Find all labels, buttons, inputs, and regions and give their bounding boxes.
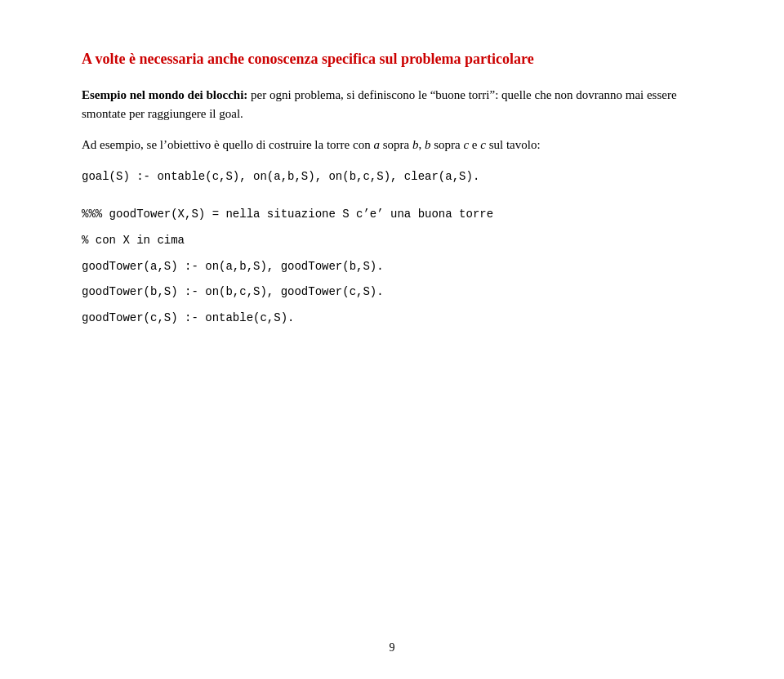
example-label: Esempio nel mondo dei blocchi: <box>82 88 247 101</box>
rule-line-2: goodTower(b,S) :- on(b,c,S), goodTower(c… <box>82 283 702 302</box>
example-paragraph: Esempio nel mondo dei blocchi: per ogni … <box>82 86 702 123</box>
explanation-sopra1: sopra <box>380 138 412 151</box>
comment-line-2: % con X in cima <box>82 231 702 251</box>
rule-line-1: goodTower(a,S) :- on(a,b,S), goodTower(b… <box>82 257 702 277</box>
page-heading: A volte è necessaria anche conoscenza sp… <box>82 49 702 69</box>
explanation-intro: Ad esempio, se l’obiettivo è quello di c… <box>82 138 373 151</box>
page-number: 9 <box>390 641 395 654</box>
rule-line-3: goodTower(c,S) :- ontable(c,S). <box>82 309 702 328</box>
comment-line-1: %%% goodTower(X,S) = nella situazione S … <box>82 205 702 225</box>
var-c2: c <box>480 138 486 151</box>
var-a: a <box>373 138 380 151</box>
rules-section: %%% goodTower(X,S) = nella situazione S … <box>82 205 702 328</box>
explanation-sul-tavolo: sul tavolo: <box>486 138 541 151</box>
goal-code: goal(S) :- ontable(c,S), on(a,b,S), on(b… <box>82 170 479 183</box>
explanation-sopra2: sopra <box>430 138 463 151</box>
explanation-b2: , <box>418 138 425 151</box>
explanation-paragraph: Ad esempio, se l’obiettivo è quello di c… <box>82 136 702 154</box>
goal-code-block: goal(S) :- ontable(c,S), on(a,b,S), on(b… <box>82 168 702 185</box>
explanation-e: e <box>469 138 480 151</box>
page: A volte è necessaria anche conoscenza sp… <box>0 0 784 679</box>
